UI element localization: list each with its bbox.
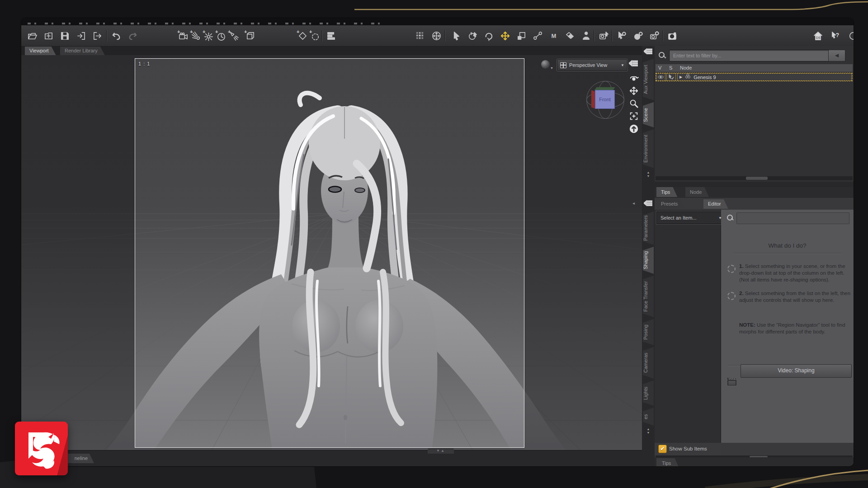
node-gear-icon[interactable] — [615, 29, 628, 42]
tab-lights[interactable]: Lights — [643, 380, 654, 406]
svg-text:?: ? — [835, 32, 839, 38]
new-spotlight-icon[interactable]: + — [189, 29, 202, 42]
node-cell[interactable]: ▶ Genesis 9 — [677, 73, 852, 81]
tab-presets[interactable]: Presets — [656, 199, 685, 209]
export-icon[interactable] — [91, 29, 104, 42]
tab-partial[interactable]: es — [643, 408, 654, 426]
whats-this-icon[interactable]: ? — [829, 29, 841, 42]
strip-scroll-arrows[interactable]: ▲▼ — [645, 427, 652, 435]
universal-rotate-icon[interactable] — [482, 29, 495, 42]
tab-tips-bottom[interactable]: Tips — [656, 458, 679, 466]
tab-editor[interactable]: Editor — [703, 199, 728, 209]
show-sub-items-row: ✔ Show Sub Items — [655, 443, 721, 455]
tab-viewport[interactable]: Viewport — [25, 47, 56, 55]
tab-shaping[interactable]: Shaping — [643, 247, 654, 274]
geometry-editor-icon[interactable]: M — [547, 29, 560, 42]
new-distant-light-icon[interactable]: + — [227, 29, 240, 42]
translate-icon[interactable] — [499, 29, 511, 42]
rotate-cursor-icon[interactable] — [466, 29, 479, 42]
column-node[interactable]: Node — [677, 64, 853, 72]
tab-parameters[interactable]: Parameters — [643, 211, 654, 245]
eye-icon[interactable] — [656, 73, 665, 81]
tab-cameras[interactable]: Cameras — [643, 347, 654, 379]
view-cube-gizmo[interactable]: Front — [585, 80, 624, 119]
redo-icon[interactable] — [126, 29, 139, 42]
tab-scene[interactable]: Scene — [643, 102, 654, 127]
new-camera-icon[interactable]: + — [177, 29, 189, 42]
undo-icon[interactable] — [110, 29, 123, 42]
new-point-light-icon[interactable]: + — [202, 29, 215, 42]
render-settings-icon[interactable] — [648, 29, 660, 42]
tab-environment[interactable]: Environment — [643, 129, 654, 168]
new-null-icon[interactable]: + — [309, 29, 321, 42]
select-check-icon[interactable] — [666, 73, 676, 81]
show-sub-items-checkbox[interactable]: ✔ — [658, 445, 667, 453]
help-title: What do I do? — [721, 242, 854, 249]
orbit-icon[interactable] — [628, 72, 640, 84]
pane-splitter-handle[interactable]: ◂ — [632, 201, 635, 206]
select-item-label: Select an Item... — [660, 215, 696, 221]
help-note: NOTE: Use the “Region Navigator” tool to… — [739, 322, 853, 335]
pan-icon[interactable] — [628, 85, 640, 97]
shaping-strip-menu-icon[interactable] — [644, 200, 652, 208]
scene-strip-menu-icon[interactable] — [644, 48, 652, 56]
orbit-sphere-icon[interactable] — [430, 29, 443, 42]
scrollbar-thumb[interactable] — [746, 177, 768, 180]
toolbar-separator — [612, 30, 612, 41]
filter-clear-button[interactable]: ◀ — [828, 50, 845, 61]
open-file-icon[interactable] — [26, 29, 38, 42]
morph-search-input[interactable] — [736, 212, 849, 224]
tab-aux-viewport[interactable]: Aux Viewport — [643, 59, 654, 100]
clipped-corner-icon[interactable] — [845, 29, 854, 42]
camera-cursor-icon[interactable] — [597, 29, 610, 42]
timeline-collapse-handle[interactable]: ▼▲ — [428, 448, 454, 454]
save-icon[interactable] — [58, 29, 71, 42]
viewport-grid-icon[interactable] — [414, 29, 426, 42]
viewport-tab-bar: Viewport Render Library — [21, 47, 642, 55]
open-recent-icon[interactable] — [42, 29, 55, 42]
toolbar-separator — [662, 30, 663, 41]
home-icon[interactable] — [628, 123, 640, 135]
shaping-panel: Presets Editor Select an Item... ▼ What … — [655, 198, 854, 466]
node-select-icon[interactable] — [450, 29, 462, 42]
scene-info-icon[interactable] — [325, 29, 338, 42]
viewport-3d[interactable]: 1 : 1 ▼ Perspective View ▼ Front ◂ — [21, 55, 642, 451]
tab-posing[interactable]: Posing — [643, 319, 654, 345]
view-selector-dropdown[interactable]: Perspective View ▼ — [557, 59, 627, 71]
figure-node-icon — [684, 73, 691, 81]
tab-tips[interactable]: Tips — [656, 187, 677, 197]
tab-node[interactable]: Node — [685, 187, 709, 197]
tab-render-library[interactable]: Render Library — [60, 47, 105, 55]
step-bullet-icon — [727, 292, 736, 300]
scale-icon[interactable] — [515, 29, 528, 42]
editor-help-area: What do I do? 1. Select something in you… — [721, 210, 854, 443]
strip-scroll-arrows[interactable]: ▲▼ — [645, 171, 652, 178]
new-primitive-icon[interactable]: + — [244, 29, 256, 42]
scene-hscrollbar[interactable] — [656, 176, 853, 180]
drawstyle-ball[interactable]: ▼ — [541, 60, 550, 69]
expander-icon[interactable]: ▶ — [679, 75, 682, 79]
import-icon[interactable] — [75, 29, 87, 42]
new-linear-light-icon[interactable]: + — [215, 29, 227, 42]
surface-select-icon[interactable] — [564, 29, 576, 42]
zoom-icon[interactable] — [628, 98, 640, 109]
column-visible[interactable]: V — [656, 64, 667, 72]
menu-text-fragments — [28, 23, 385, 24]
figure-tool-icon[interactable] — [580, 29, 593, 42]
column-selectable[interactable]: S — [666, 64, 678, 72]
select-item-dropdown[interactable]: Select an Item... ▼ — [656, 211, 726, 224]
sphere-gear-icon[interactable] — [632, 29, 644, 42]
main-toolbar: + + + + + + + + M DS ? — [21, 25, 854, 47]
render-icon[interactable] — [666, 29, 679, 42]
viewport-pane-menu-icon[interactable] — [629, 60, 638, 69]
scene-node-row[interactable]: ▶ Genesis 9 — [656, 73, 853, 81]
search-icon[interactable] — [726, 214, 734, 221]
video-shaping-button[interactable]: Video: Shaping — [741, 364, 852, 378]
ds-home-icon[interactable]: DS — [811, 29, 824, 42]
new-node-icon[interactable]: + — [296, 29, 309, 42]
view-cube-front[interactable]: Front — [595, 90, 615, 109]
joint-editor-icon[interactable] — [531, 29, 544, 42]
scene-filter-input[interactable] — [669, 50, 833, 61]
tab-face-transfer[interactable]: Face Transfer — [643, 276, 654, 317]
frame-icon[interactable] — [628, 110, 640, 122]
